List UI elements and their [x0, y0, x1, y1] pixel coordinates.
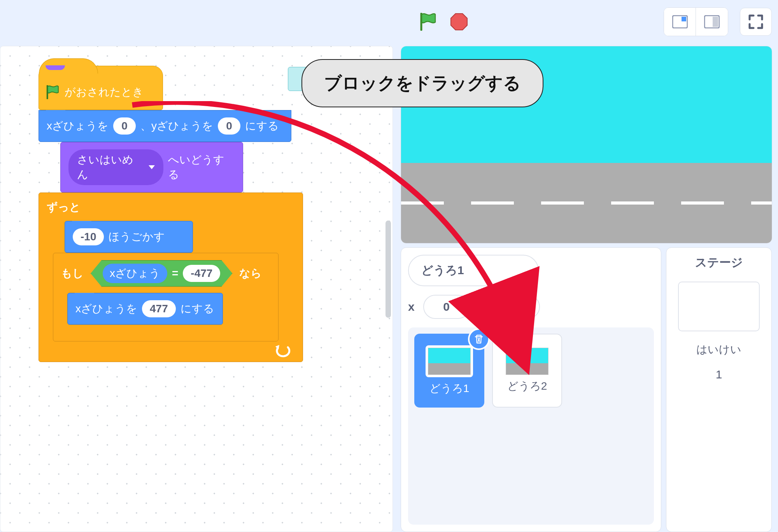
- svg-rect-4: [713, 17, 718, 27]
- backdrop-label: はいけい: [696, 342, 741, 357]
- equals-value-input[interactable]: -477: [183, 265, 220, 282]
- setx-post: にする: [180, 301, 214, 316]
- sprite-delete-button[interactable]: [468, 328, 490, 350]
- sprite-item-douro1[interactable]: どうろ1: [414, 334, 484, 408]
- go-to-xy-block[interactable]: xざひょうを 0 、yざひょうを 0 にする: [39, 110, 291, 142]
- goto-pre: xざひょうを: [47, 119, 109, 133]
- chevron-down-icon: [149, 165, 155, 169]
- goto-mid: 、yざひょうを: [140, 119, 213, 133]
- sprite-x-input[interactable]: 0: [423, 295, 470, 319]
- sprite-item-label: どうろ2: [507, 379, 547, 394]
- setx-value-input[interactable]: 477: [142, 300, 176, 317]
- svg-marker-0: [451, 14, 467, 30]
- stage-panel: ステージ はいけい 1: [666, 247, 772, 532]
- sprite-list: どうろ1 どうろ2: [408, 327, 654, 525]
- move-amount-input[interactable]: -10: [73, 228, 104, 245]
- green-flag-icon: [420, 13, 436, 31]
- small-stage-icon: [672, 15, 688, 28]
- stage-panel-title: ステージ: [695, 255, 743, 271]
- svg-rect-2: [682, 17, 686, 21]
- sprite-thumb: [428, 348, 471, 375]
- workspace-scrollbar[interactable]: [385, 220, 391, 318]
- x-position-reporter[interactable]: xざひょう: [103, 264, 167, 283]
- goto-y-input[interactable]: 0: [218, 117, 240, 135]
- stop-button[interactable]: [447, 10, 471, 33]
- move-steps-block[interactable]: -10 ほうごかす: [65, 221, 193, 253]
- stage-road: [401, 163, 772, 243]
- green-flag-icon: [46, 85, 59, 99]
- stage-size-toggle: [664, 7, 728, 36]
- set-x-block[interactable]: xざひょうを 477 にする: [67, 293, 223, 325]
- stage-size-large-button[interactable]: [696, 8, 728, 36]
- if-then: なら: [239, 266, 262, 281]
- sprite-item-douro2[interactable]: どうろ2: [492, 334, 562, 408]
- tutorial-callout: ブロックをドラッグする: [301, 59, 543, 107]
- forever-label: ずっと: [39, 198, 303, 221]
- sprite-x-label: x: [408, 300, 415, 313]
- sprite-y-label: y: [478, 300, 485, 313]
- sprite-thumb: [506, 348, 548, 375]
- stage-thumbnail[interactable]: [678, 282, 760, 331]
- large-stage-icon: [704, 15, 720, 28]
- setx-pre: xざひょうを: [75, 301, 137, 316]
- layer-dropdown-label: さいはいめん: [77, 152, 144, 182]
- sprite-info-panel: どうろ1 x 0 y 0 どうろ1 どうろ2: [401, 247, 661, 532]
- goto-x-input[interactable]: 0: [113, 117, 136, 135]
- loop-arrow-icon: [274, 345, 291, 358]
- hat-label: がおされたとき: [65, 85, 144, 100]
- trash-icon: [473, 334, 484, 345]
- sprite-item-label: どうろ1: [429, 381, 470, 396]
- equals-operator-block[interactable]: xざひょう = -477: [91, 260, 232, 287]
- when-flag-clicked-block[interactable]: がおされたとき: [39, 66, 163, 110]
- equals-op: =: [172, 267, 178, 280]
- layer-dropdown[interactable]: さいはいめん: [68, 149, 163, 185]
- goto-post: にする: [245, 119, 279, 133]
- fullscreen-icon: [748, 14, 764, 30]
- go-to-layer-block[interactable]: さいはいめん へいどうする: [60, 142, 243, 192]
- move-post: ほうごかす: [109, 229, 165, 244]
- sprite-name-input[interactable]: どうろ1: [408, 255, 539, 286]
- if-block[interactable]: もし xざひょう = -477 なら xざひょうを 477: [53, 253, 279, 341]
- forever-block[interactable]: ずっと -10 ほうごかす もし xざひょう = -477: [39, 192, 303, 362]
- backdrop-count: 1: [716, 368, 722, 381]
- fullscreen-button[interactable]: [740, 8, 772, 36]
- sprite-y-input[interactable]: 0: [493, 295, 540, 319]
- layer-post: へいどうする: [168, 152, 235, 182]
- stage-size-small-button[interactable]: [664, 8, 696, 36]
- stop-icon: [450, 13, 468, 31]
- script-workspace[interactable]: がおされたとき xざひょうを 0 、yざひょうを 0 にする さいはいめん へい…: [0, 46, 393, 532]
- block-stack[interactable]: がおされたとき xざひょうを 0 、yざひょうを 0 にする さいはいめん へい…: [39, 66, 303, 362]
- green-flag-button[interactable]: [416, 10, 440, 33]
- if-label: もし: [61, 266, 84, 281]
